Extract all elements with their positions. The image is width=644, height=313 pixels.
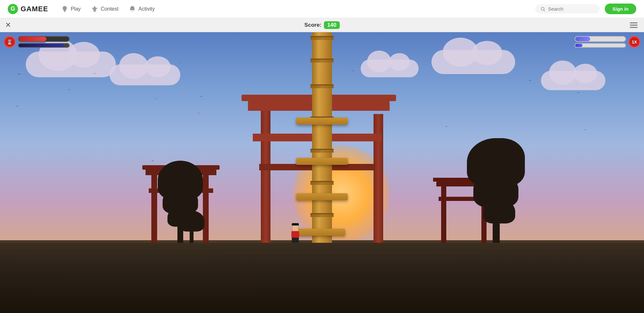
bamboo-seg-5 [310,84,334,88]
tree-right-trunk [493,223,500,243]
signin-button[interactable]: Sign in [605,4,636,14]
navbar: G GAMEE Play Contest [0,0,644,18]
gamebar: ✕ Score: 140 [0,18,644,32]
contest-icon [91,5,98,13]
cloud-1 [26,52,116,77]
svg-rect-1 [64,11,65,12]
hud-secondary-bar [18,43,70,48]
torii-small-l-pole-l [151,169,157,243]
hud-health-bar [18,36,70,42]
tree-small-left [179,211,204,243]
logo-icon: G [8,4,18,14]
torii-pole-right [374,114,383,243]
nav-play[interactable]: Play [61,5,81,13]
tree-small-left-trunk [190,232,194,243]
game-area: ⌣ ⌣ ⌣ ⌣ ⌣ ⌣ ⌣ ⌣ ⌣ ⌣ ⌣ ⌣ ⌣ ⌣ [0,32,644,313]
tree-right-canopy-3 [483,199,515,223]
torii-pole-left [261,101,270,243]
ground-stripe-4 [64,276,322,277]
bamboo-rung-mid [296,193,348,200]
bird-6: ⌣ [528,77,531,83]
bamboo-seg-2 [310,181,334,185]
svg-rect-4 [94,10,96,11]
logo-text: GAMEE [21,5,48,13]
bird-4: ⌣ [200,93,203,99]
tree-small-left-canopy [179,211,204,232]
score-display: Score: 140 [304,21,339,29]
svg-line-8 [544,10,545,11]
bamboo-rung-low [294,229,345,236]
hud-power-bar [574,36,626,42]
cloud-4 [541,71,605,90]
bamboo-seg-3 [310,149,334,153]
svg-point-7 [541,7,544,10]
hud-secondary-fill [19,44,64,47]
svg-point-6 [94,6,96,8]
nav-contest[interactable]: Contest [91,5,118,13]
bird-14: ⌣ [197,111,200,115]
ground-stripe-7 [225,252,483,253]
hud-power-fill-2 [575,44,582,47]
menu-bar-1 [630,22,638,23]
svg-rect-0 [64,11,66,11]
svg-rect-3 [93,9,96,11]
search-icon [540,6,545,12]
bird-13: ⌣ [584,127,586,131]
bamboo-rung-upper-mid [296,158,348,165]
player-hair [292,223,299,225]
ground-stripe-8 [258,260,451,261]
svg-rect-5 [93,11,96,12]
nav-right: Sign in [535,4,636,14]
bird-5: ⌣ [93,71,96,75]
hud-power-fill [575,37,590,41]
cloud-5 [361,60,419,77]
cloud-3 [431,50,515,74]
ground-stripe-5 [0,284,644,285]
ground-stripe-2 [16,260,209,261]
tree-right [467,138,525,243]
torii-small-r-pole-l [441,182,446,243]
bird-7: ⌣ [577,90,580,95]
menu-button[interactable] [629,21,639,29]
bird-3: ⌣ [16,103,19,109]
hud-power-bar-2 [574,43,626,48]
bird-12: ⌣ [151,158,154,163]
ground-stripe-6 [32,292,258,293]
bird-9: ⌣ [155,97,157,100]
search-input[interactable] [548,6,593,12]
bamboo-seg-7 [310,36,334,40]
hud-health-fill [19,37,46,41]
nav-activity[interactable]: Activity [129,5,155,13]
player-head [292,225,298,231]
bird-1: ⌣ [18,71,21,77]
activity-bell-icon [129,5,136,13]
play-icon [61,5,68,13]
menu-bar-3 [630,27,638,28]
player-torso [291,231,299,238]
bamboo-seg-6 [310,59,334,62]
bamboo-pole [312,32,332,243]
score-label: Score: [304,22,321,28]
nav-items: Play Contest Activity [61,5,535,13]
cloud-2 [109,64,180,85]
ground [0,242,644,313]
menu-bar-2 [630,24,638,25]
bird-8: ⌣ [351,68,354,73]
close-button[interactable]: ✕ [5,22,11,29]
bamboo-rung-top [296,118,348,125]
player-character [291,223,299,243]
hud-bars-left [18,36,70,48]
hud-timer-icon: ⌛ [4,36,15,48]
player-legs [292,238,299,243]
bird-10: ⌣ [179,61,180,64]
bamboo-seg-1 [310,213,334,217]
logo[interactable]: G GAMEE [8,4,48,14]
ground-stripe-3 [0,268,644,269]
hud-left: ⌛ [4,36,70,48]
score-value: 140 [324,21,339,29]
bird-11: ⌣ [445,124,448,128]
hud-right: 1X [574,36,640,48]
search-box[interactable] [535,4,600,14]
hud-bars-right [574,36,626,48]
hud-multiplier: 1X [629,36,640,48]
